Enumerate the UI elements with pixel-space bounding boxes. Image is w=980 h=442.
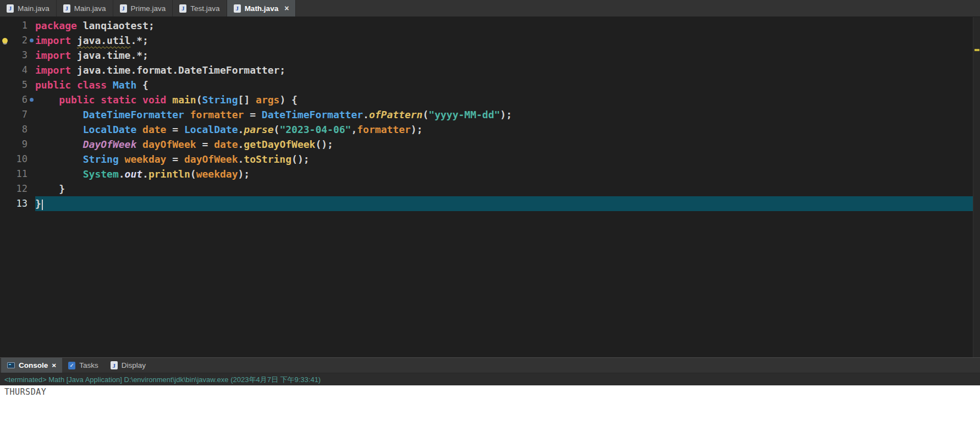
code-line-text[interactable]: public class Math { (35, 78, 980, 92)
marker-gutter (27, 196, 35, 211)
code-area: 1package lanqiaotest;2import java.util.*… (0, 18, 980, 211)
code-token (136, 94, 142, 106)
code-line-text[interactable]: import java.time.*; (35, 48, 980, 63)
code-token: (); (291, 153, 310, 165)
code-token: DateTimeFormatter (83, 109, 184, 120)
line-number: 6 (10, 92, 27, 107)
code-token: class (77, 79, 107, 91)
tab-label: Console (19, 361, 48, 369)
code-line-text[interactable]: DateTimeFormatter formatter = DateTimeFo… (35, 107, 980, 122)
code-token: = (166, 153, 184, 165)
tab-display[interactable]: J Display (104, 358, 152, 373)
code-token: weekday (196, 168, 238, 180)
code-line-text[interactable]: } (35, 181, 980, 196)
code-token (136, 139, 142, 150)
code-token: ); (500, 109, 512, 120)
tab-math-java[interactable]: J Math.java × (227, 0, 296, 16)
tab-tasks[interactable]: ✓ Tasks (62, 358, 104, 373)
marker-gutter (27, 152, 35, 167)
warning-bulb-icon[interactable] (2, 38, 8, 43)
code-line[interactable]: 4import java.time.format.DateTimeFormatt… (0, 63, 980, 78)
range-indicator-dot (30, 38, 34, 42)
code-token (184, 109, 190, 120)
code-token (95, 94, 101, 106)
code-line[interactable]: 1package lanqiaotest; (0, 18, 980, 33)
code-token: static (101, 94, 136, 106)
code-line[interactable]: 3import java.time.*; (0, 48, 980, 63)
marker-gutter (27, 92, 35, 107)
warning-marker-tick[interactable] (975, 49, 979, 51)
code-line-text[interactable]: import java.time.format.DateTimeFormatte… (35, 63, 980, 78)
code-token: { (136, 79, 148, 91)
code-line[interactable]: 11 System.out.println(weekday); (0, 167, 980, 181)
code-line-text[interactable]: } (35, 196, 980, 211)
marker-gutter (27, 48, 35, 63)
annotation-gutter (0, 181, 10, 196)
line-number: 10 (10, 152, 27, 167)
console-tab-bar: Console × ✓ Tasks J Display (0, 357, 980, 373)
code-token: lanqiaotest; (77, 20, 155, 31)
code-token: package (35, 20, 77, 31)
tab-console[interactable]: Console × (1, 358, 62, 373)
code-token: ( (196, 94, 202, 106)
code-line[interactable]: 7 DateTimeFormatter formatter = DateTime… (0, 107, 980, 122)
code-token (35, 168, 83, 180)
code-token (166, 94, 172, 106)
code-token (35, 124, 83, 135)
code-line[interactable]: 13} (0, 196, 980, 211)
code-token: String (83, 153, 119, 165)
code-token: = (244, 109, 262, 120)
code-line-text[interactable]: public static void main(String[] args) { (35, 92, 980, 107)
code-line[interactable]: 5public class Math { (0, 78, 980, 92)
code-line[interactable]: 12 } (0, 181, 980, 196)
code-line-text[interactable]: LocalDate date = LocalDate.parse("2023-0… (35, 122, 980, 137)
warning-annotation[interactable] (0, 33, 10, 48)
tab-label: Tasks (79, 361, 98, 369)
code-token: args (256, 94, 279, 106)
code-line[interactable]: 10 String weekday = dayOfWeek.toString()… (0, 152, 980, 167)
console-output[interactable]: THURSDAY (0, 385, 980, 442)
tab-main-java-1[interactable]: J Main.java (0, 0, 57, 16)
code-token: formatter (190, 109, 244, 120)
annotation-gutter (0, 107, 10, 122)
line-number: 1 (10, 18, 27, 33)
code-token: import (35, 49, 71, 61)
overview-ruler[interactable] (973, 17, 980, 357)
code-line[interactable]: 2import java.util.*; (0, 33, 980, 48)
code-line[interactable]: 9 DayOfWeek dayOfWeek = date.getDayOfWee… (0, 137, 980, 152)
code-line-text[interactable]: package lanqiaotest; (35, 18, 980, 33)
console-status: <terminated> Math [Java Application] D:\… (0, 373, 980, 385)
code-editor[interactable]: 1package lanqiaotest;2import java.util.*… (0, 17, 980, 357)
line-number: 13 (10, 196, 27, 211)
code-token: [] (238, 94, 256, 106)
code-line[interactable]: 8 LocalDate date = LocalDate.parse("2023… (0, 122, 980, 137)
tab-main-java-2[interactable]: J Main.java (57, 0, 113, 16)
line-number: 7 (10, 107, 27, 122)
tab-prime-java[interactable]: J Prime.java (113, 0, 173, 16)
line-number: 12 (10, 181, 27, 196)
code-line-text[interactable]: String weekday = dayOfWeek.toString(); (35, 152, 980, 167)
java-file-icon: J (234, 4, 241, 13)
tab-close-icon[interactable]: × (284, 4, 289, 13)
code-token: LocalDate (83, 124, 137, 135)
code-token: String (202, 94, 238, 106)
tab-label: Main.java (18, 4, 49, 13)
annotation-gutter (0, 63, 10, 78)
marker-gutter (27, 167, 35, 181)
code-token: } (35, 183, 65, 195)
code-token (35, 139, 83, 150)
code-token: dayOfWeek (184, 153, 238, 165)
code-token: public (35, 79, 71, 91)
tab-close-icon[interactable]: × (52, 361, 56, 369)
code-line[interactable]: 6 public static void main(String[] args)… (0, 92, 980, 107)
code-token: } (35, 198, 41, 209)
code-token (71, 79, 77, 91)
code-line-text[interactable]: DayOfWeek dayOfWeek = date.getDayOfWeek(… (35, 137, 980, 152)
annotation-gutter (0, 92, 10, 107)
tab-test-java[interactable]: J Test.java (173, 0, 227, 16)
code-line-text[interactable]: import java.util.*; (35, 33, 980, 48)
code-line-text[interactable]: System.out.println(weekday); (35, 167, 980, 181)
code-token: , (351, 124, 357, 135)
code-token: ); (411, 124, 423, 135)
marker-gutter (27, 33, 35, 48)
